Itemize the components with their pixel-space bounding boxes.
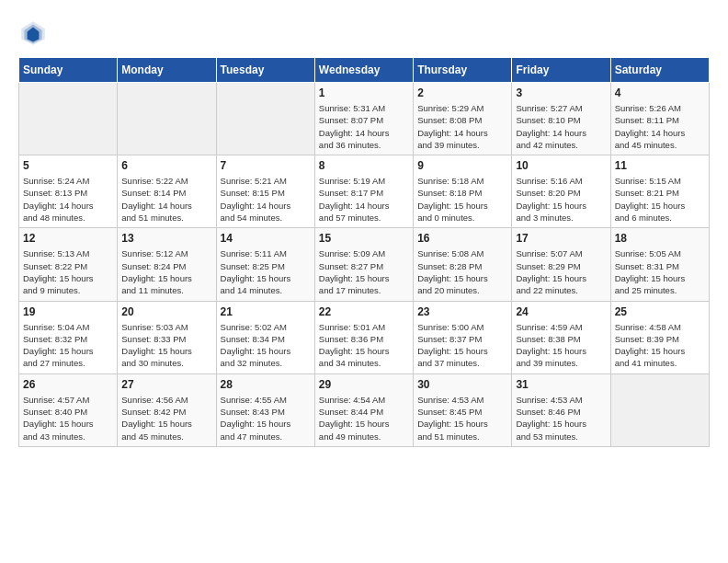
calendar-cell: 7Sunrise: 5:21 AMSunset: 8:15 PMDaylight…: [216, 155, 314, 228]
calendar-cell: [610, 373, 709, 446]
header-thursday: Thursday: [414, 58, 512, 83]
day-info: Sunrise: 5:27 AMSunset: 8:10 PMDaylight:…: [516, 102, 606, 151]
day-number: 16: [417, 232, 507, 245]
day-number: 8: [319, 159, 409, 172]
calendar-cell: 11Sunrise: 5:15 AMSunset: 8:21 PMDayligh…: [610, 155, 709, 228]
calendar-cell: [19, 83, 118, 155]
calendar-cell: 23Sunrise: 5:00 AMSunset: 8:37 PMDayligh…: [414, 301, 512, 373]
day-number: 27: [121, 378, 211, 391]
page-header: [18, 18, 710, 48]
calendar-cell: 28Sunrise: 4:55 AMSunset: 8:43 PMDayligh…: [216, 373, 314, 446]
day-info: Sunrise: 5:00 AMSunset: 8:37 PMDaylight:…: [417, 321, 507, 370]
day-number: 23: [417, 305, 507, 318]
calendar-cell: 4Sunrise: 5:26 AMSunset: 8:11 PMDaylight…: [610, 83, 709, 155]
day-number: 31: [516, 378, 606, 391]
calendar-cell: 16Sunrise: 5:08 AMSunset: 8:28 PMDayligh…: [414, 228, 512, 301]
day-number: 7: [221, 159, 311, 172]
calendar-cell: 1Sunrise: 5:31 AMSunset: 8:07 PMDaylight…: [314, 83, 413, 155]
day-info: Sunrise: 5:12 AMSunset: 8:24 PMDaylight:…: [121, 247, 211, 296]
calendar-cell: 30Sunrise: 4:53 AMSunset: 8:45 PMDayligh…: [414, 373, 512, 446]
calendar-cell: 12Sunrise: 5:13 AMSunset: 8:22 PMDayligh…: [19, 228, 118, 301]
calendar-cell: 9Sunrise: 5:18 AMSunset: 8:18 PMDaylight…: [414, 155, 512, 228]
calendar-cell: 26Sunrise: 4:57 AMSunset: 8:40 PMDayligh…: [19, 373, 118, 446]
day-info: Sunrise: 4:57 AMSunset: 8:40 PMDaylight:…: [23, 394, 113, 442]
day-info: Sunrise: 5:16 AMSunset: 8:20 PMDaylight:…: [516, 175, 606, 224]
day-info: Sunrise: 5:07 AMSunset: 8:29 PMDaylight:…: [516, 247, 606, 296]
calendar-cell: 17Sunrise: 5:07 AMSunset: 8:29 PMDayligh…: [512, 228, 610, 301]
day-number: 15: [319, 232, 409, 245]
day-info: Sunrise: 5:21 AMSunset: 8:15 PMDaylight:…: [221, 175, 311, 224]
week-row-2: 5Sunrise: 5:24 AMSunset: 8:13 PMDaylight…: [19, 155, 710, 228]
day-info: Sunrise: 5:04 AMSunset: 8:32 PMDaylight:…: [23, 321, 113, 370]
day-number: 22: [319, 305, 409, 318]
day-number: 19: [23, 305, 113, 318]
day-number: 13: [121, 232, 211, 245]
day-info: Sunrise: 5:26 AMSunset: 8:11 PMDaylight:…: [615, 102, 705, 151]
calendar-cell: 2Sunrise: 5:29 AMSunset: 8:08 PMDaylight…: [414, 83, 512, 155]
day-info: Sunrise: 4:58 AMSunset: 8:39 PMDaylight:…: [615, 321, 705, 370]
day-number: 4: [615, 86, 705, 99]
day-number: 10: [516, 159, 606, 172]
calendar-cell: 15Sunrise: 5:09 AMSunset: 8:27 PMDayligh…: [314, 228, 413, 301]
day-info: Sunrise: 4:53 AMSunset: 8:45 PMDaylight:…: [417, 394, 507, 442]
day-info: Sunrise: 5:01 AMSunset: 8:36 PMDaylight:…: [319, 321, 409, 370]
week-row-4: 19Sunrise: 5:04 AMSunset: 8:32 PMDayligh…: [19, 301, 710, 373]
calendar-header-row: SundayMondayTuesdayWednesdayThursdayFrid…: [19, 58, 710, 83]
calendar-cell: 31Sunrise: 4:53 AMSunset: 8:46 PMDayligh…: [512, 373, 610, 446]
day-number: 26: [23, 378, 113, 391]
day-info: Sunrise: 5:11 AMSunset: 8:25 PMDaylight:…: [221, 247, 311, 296]
header-tuesday: Tuesday: [216, 58, 314, 83]
day-number: 30: [417, 378, 507, 391]
logo-icon: [18, 18, 48, 48]
day-number: 2: [417, 86, 507, 99]
day-number: 9: [417, 159, 507, 172]
day-number: 12: [23, 232, 113, 245]
day-info: Sunrise: 5:19 AMSunset: 8:17 PMDaylight:…: [319, 175, 409, 224]
day-number: 6: [121, 159, 211, 172]
calendar-cell: [118, 83, 216, 155]
header-sunday: Sunday: [19, 58, 118, 83]
calendar-cell: 21Sunrise: 5:02 AMSunset: 8:34 PMDayligh…: [216, 301, 314, 373]
week-row-1: 1Sunrise: 5:31 AMSunset: 8:07 PMDaylight…: [19, 83, 710, 155]
day-info: Sunrise: 4:55 AMSunset: 8:43 PMDaylight:…: [221, 394, 311, 442]
day-number: 11: [615, 159, 705, 172]
day-number: 28: [221, 378, 311, 391]
calendar-cell: 20Sunrise: 5:03 AMSunset: 8:33 PMDayligh…: [118, 301, 216, 373]
day-number: 18: [615, 232, 705, 245]
calendar-cell: 24Sunrise: 4:59 AMSunset: 8:38 PMDayligh…: [512, 301, 610, 373]
calendar-cell: 13Sunrise: 5:12 AMSunset: 8:24 PMDayligh…: [118, 228, 216, 301]
week-row-5: 26Sunrise: 4:57 AMSunset: 8:40 PMDayligh…: [19, 373, 710, 446]
day-number: 24: [516, 305, 606, 318]
day-info: Sunrise: 4:53 AMSunset: 8:46 PMDaylight:…: [516, 394, 606, 442]
header-wednesday: Wednesday: [314, 58, 413, 83]
day-info: Sunrise: 4:56 AMSunset: 8:42 PMDaylight:…: [121, 394, 211, 442]
calendar-cell: [216, 83, 314, 155]
day-number: 29: [319, 378, 409, 391]
day-info: Sunrise: 5:03 AMSunset: 8:33 PMDaylight:…: [121, 321, 211, 370]
day-number: 14: [221, 232, 311, 245]
day-info: Sunrise: 5:31 AMSunset: 8:07 PMDaylight:…: [319, 102, 409, 151]
day-info: Sunrise: 4:59 AMSunset: 8:38 PMDaylight:…: [516, 321, 606, 370]
day-number: 17: [516, 232, 606, 245]
day-info: Sunrise: 4:54 AMSunset: 8:44 PMDaylight:…: [319, 394, 409, 442]
day-info: Sunrise: 5:05 AMSunset: 8:31 PMDaylight:…: [615, 247, 705, 296]
day-info: Sunrise: 5:24 AMSunset: 8:13 PMDaylight:…: [23, 175, 113, 224]
calendar-cell: 14Sunrise: 5:11 AMSunset: 8:25 PMDayligh…: [216, 228, 314, 301]
calendar-cell: 27Sunrise: 4:56 AMSunset: 8:42 PMDayligh…: [118, 373, 216, 446]
header-monday: Monday: [118, 58, 216, 83]
day-info: Sunrise: 5:09 AMSunset: 8:27 PMDaylight:…: [319, 247, 409, 296]
day-info: Sunrise: 5:15 AMSunset: 8:21 PMDaylight:…: [615, 175, 705, 224]
day-number: 1: [319, 86, 409, 99]
calendar-cell: 19Sunrise: 5:04 AMSunset: 8:32 PMDayligh…: [19, 301, 118, 373]
calendar-cell: 29Sunrise: 4:54 AMSunset: 8:44 PMDayligh…: [314, 373, 413, 446]
day-info: Sunrise: 5:18 AMSunset: 8:18 PMDaylight:…: [417, 175, 507, 224]
day-number: 3: [516, 86, 606, 99]
calendar-cell: 18Sunrise: 5:05 AMSunset: 8:31 PMDayligh…: [610, 228, 709, 301]
calendar-cell: 25Sunrise: 4:58 AMSunset: 8:39 PMDayligh…: [610, 301, 709, 373]
header-friday: Friday: [512, 58, 610, 83]
day-number: 5: [23, 159, 113, 172]
day-number: 25: [615, 305, 705, 318]
logo: [18, 18, 51, 48]
day-info: Sunrise: 5:22 AMSunset: 8:14 PMDaylight:…: [121, 175, 211, 224]
day-info: Sunrise: 5:02 AMSunset: 8:34 PMDaylight:…: [221, 321, 311, 370]
